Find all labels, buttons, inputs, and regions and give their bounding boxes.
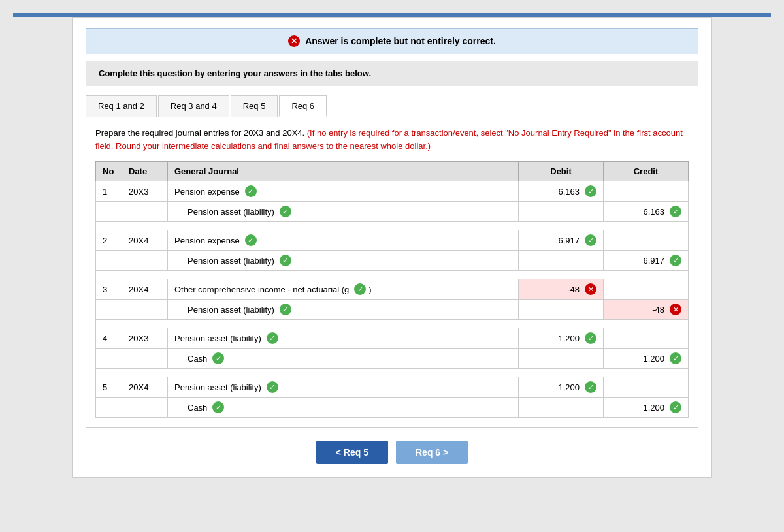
correct-icon: ✓	[212, 352, 224, 364]
instruction-box: Complete this question by entering your …	[86, 61, 698, 86]
tabs-row: Req 1 and 2 Req 3 and 4 Req 5 Req 6	[86, 95, 698, 117]
row-journal[interactable]: Pension expense ✓	[168, 230, 519, 251]
row-credit[interactable]: 6,917 ✓	[604, 251, 689, 271]
row-credit[interactable]	[604, 279, 689, 300]
correct-icon: ✓	[280, 304, 291, 315]
instruction-text: Complete this question by entering your …	[99, 69, 371, 78]
correct-icon: ✓	[280, 255, 291, 266]
correct-icon: ✓	[267, 332, 278, 344]
row-journal[interactable]: Pension asset (liability) ✓	[168, 328, 519, 349]
row-no: 4	[96, 328, 122, 349]
correct-icon: ✓	[354, 283, 366, 295]
row-debit[interactable]: 6,163 ✓	[519, 181, 604, 202]
tab-req3and4[interactable]: Req 3 and 4	[158, 95, 229, 117]
main-container: ✕ Answer is complete but not entirely co…	[72, 17, 712, 478]
row-date: 20X4	[122, 377, 168, 398]
col-journal: General Journal	[168, 162, 519, 181]
row-debit[interactable]	[519, 300, 604, 320]
col-credit: Credit	[604, 162, 689, 181]
next-button[interactable]: Req 6 >	[396, 441, 468, 464]
spacer-row	[96, 222, 689, 230]
tab-req1and2[interactable]: Req 1 and 2	[86, 95, 157, 117]
prompt-text: Prepare the required journal entries for…	[95, 127, 689, 152]
prev-button[interactable]: < Req 5	[316, 441, 388, 464]
row-debit[interactable]	[519, 398, 604, 418]
table-row: Pension asset (liability) ✓ 6,163 ✓	[96, 202, 689, 222]
correct-icon: ✓	[245, 234, 257, 246]
row-journal[interactable]: Pension asset (liability) ✓	[168, 202, 519, 222]
col-debit: Debit	[519, 162, 604, 181]
spacer-row	[96, 271, 689, 279]
correct-icon: ✓	[670, 401, 681, 413]
correct-icon: ✓	[212, 401, 224, 413]
row-journal[interactable]: Other comprehensive income - net actuari…	[168, 279, 519, 300]
row-credit[interactable]: -48 ✕	[604, 300, 689, 320]
col-date: Date	[122, 162, 168, 181]
row-debit[interactable]	[519, 202, 604, 222]
answer-banner: ✕ Answer is complete but not entirely co…	[86, 28, 698, 54]
row-credit[interactable]	[604, 230, 689, 251]
table-row: 5 20X4 Pension asset (liability) ✓ 1,200…	[96, 377, 689, 398]
table-row: Cash ✓ 1,200 ✓	[96, 398, 689, 418]
row-debit[interactable]: 6,917 ✓	[519, 230, 604, 251]
correct-icon: ✓	[585, 332, 596, 344]
banner-text: Answer is complete but not entirely corr…	[305, 36, 496, 46]
row-journal[interactable]: Cash ✓	[168, 349, 519, 369]
table-row: Cash ✓ 1,200 ✓	[96, 349, 689, 369]
table-row: Pension asset (liability) ✓ 6,917 ✓	[96, 251, 689, 271]
row-date: 20X4	[122, 279, 168, 300]
table-row: 4 20X3 Pension asset (liability) ✓ 1,200…	[96, 328, 689, 349]
row-debit[interactable]: -48 ✕	[519, 279, 604, 300]
correct-icon: ✓	[670, 206, 681, 217]
row-credit[interactable]	[604, 181, 689, 202]
correct-icon: ✓	[670, 255, 681, 266]
tab-req6[interactable]: Req 6	[279, 95, 327, 117]
row-date: 20X4	[122, 230, 168, 251]
error-icon: ✕	[670, 304, 681, 315]
row-date: 20X3	[122, 328, 168, 349]
row-credit[interactable]: 6,163 ✓	[604, 202, 689, 222]
correct-icon: ✓	[585, 381, 596, 393]
row-credit[interactable]	[604, 377, 689, 398]
row-journal[interactable]: Pension asset (liability) ✓	[168, 377, 519, 398]
row-debit[interactable]	[519, 349, 604, 369]
row-credit[interactable]: 1,200 ✓	[604, 349, 689, 369]
row-date: 20X3	[122, 181, 168, 202]
row-debit[interactable]	[519, 251, 604, 271]
journal-table: No Date General Journal Debit Credit 1 2…	[95, 161, 689, 418]
row-no: 3	[96, 279, 122, 300]
row-journal[interactable]: Cash ✓	[168, 398, 519, 418]
prompt-parenthetical: (If no entry is required for a transacti…	[95, 128, 683, 151]
correct-icon: ✓	[245, 185, 257, 197]
error-icon: ✕	[288, 35, 300, 47]
row-no: 1	[96, 181, 122, 202]
row-debit[interactable]: 1,200 ✓	[519, 328, 604, 349]
table-row: 3 20X4 Other comprehensive income - net …	[96, 279, 689, 300]
error-icon: ✕	[585, 283, 596, 295]
table-row: 1 20X3 Pension expense ✓ 6,163 ✓	[96, 181, 689, 202]
nav-buttons: < Req 5 Req 6 >	[86, 441, 698, 464]
row-journal[interactable]: Pension expense ✓	[168, 181, 519, 202]
row-journal[interactable]: Pension asset (liability) ✓	[168, 251, 519, 271]
row-no: 5	[96, 377, 122, 398]
row-credit[interactable]	[604, 328, 689, 349]
correct-icon: ✓	[267, 381, 278, 393]
correct-icon: ✓	[280, 206, 291, 217]
spacer-row	[96, 369, 689, 377]
correct-icon: ✓	[585, 185, 596, 197]
spacer-row	[96, 320, 689, 328]
correct-icon: ✓	[585, 234, 596, 246]
row-no: 2	[96, 230, 122, 251]
correct-icon: ✓	[670, 352, 681, 364]
content-area: Prepare the required journal entries for…	[86, 117, 698, 428]
tab-req5[interactable]: Req 5	[231, 95, 278, 117]
table-row: Pension asset (liability) ✓ -48 ✕	[96, 300, 689, 320]
row-debit[interactable]: 1,200 ✓	[519, 377, 604, 398]
table-row: 2 20X4 Pension expense ✓ 6,917 ✓	[96, 230, 689, 251]
row-journal[interactable]: Pension asset (liability) ✓	[168, 300, 519, 320]
col-no: No	[96, 162, 122, 181]
row-credit[interactable]: 1,200 ✓	[604, 398, 689, 418]
